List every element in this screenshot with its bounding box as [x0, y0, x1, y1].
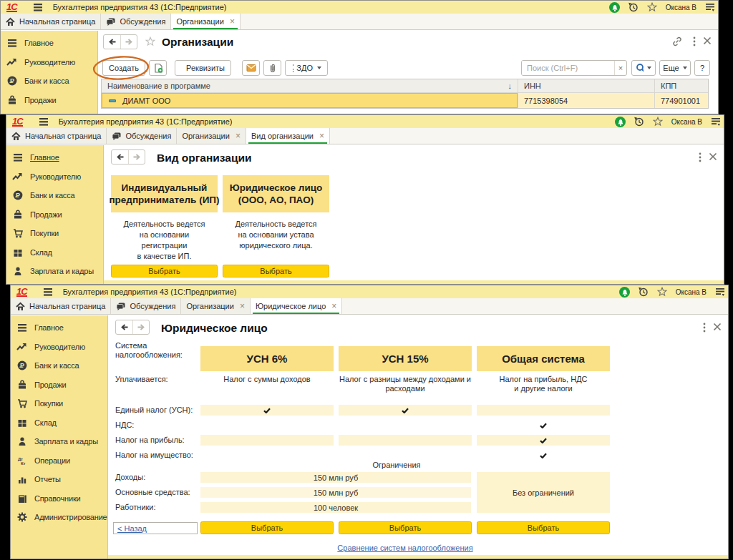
current-user[interactable]: Оксана В — [671, 118, 702, 126]
tab-close-icon[interactable]: × — [319, 132, 324, 140]
column-name[interactable]: Наименование в программе↓ — [102, 79, 518, 92]
favorites-star-icon[interactable] — [647, 2, 657, 12]
history-icon[interactable] — [628, 2, 639, 13]
sidebar-item-administration[interactable]: Администрирование — [11, 508, 107, 527]
forward-button[interactable] — [128, 150, 145, 164]
sidebar-item-directories[interactable]: Справочники — [11, 489, 107, 509]
org-name-cell[interactable]: ДИАМТ ООО — [102, 93, 518, 108]
notifications-icon[interactable] — [619, 287, 630, 298]
back-button[interactable] — [104, 35, 120, 49]
table-row[interactable]: ДИАМТ ООО 7715398054 774901001 — [102, 93, 708, 108]
sidebar-item-main[interactable]: Главное — [6, 148, 103, 167]
sidebar-item-bank[interactable]: Банк и касса — [6, 186, 103, 205]
main-menu-icon[interactable] — [33, 2, 43, 12]
forward-button[interactable] — [132, 320, 149, 334]
favorites-star-icon[interactable] — [653, 117, 663, 127]
sidebar-item-main[interactable]: Главное — [1, 34, 97, 53]
service-menu-icon[interactable] — [715, 287, 725, 297]
sidebar-item-sales[interactable]: Продажи — [6, 205, 103, 225]
tab-close-icon[interactable]: × — [236, 132, 241, 140]
history-icon[interactable] — [639, 287, 649, 298]
sidebar-item-salary[interactable]: Зарплата и кадры — [11, 432, 107, 451]
select-ip-button[interactable]: Выбрать — [111, 265, 218, 277]
tab-legal-entity[interactable]: Юридическое лицо× — [251, 298, 342, 314]
close-form-icon[interactable] — [703, 36, 712, 45]
close-form-icon[interactable] — [713, 323, 722, 331]
tab-organizations[interactable]: Организации× — [181, 298, 251, 314]
back-button[interactable] — [112, 150, 128, 164]
tab-discussions[interactable]: Обсуждения — [101, 14, 171, 29]
sidebar-item-purchases[interactable]: Покупки — [1, 109, 97, 114]
more-button[interactable]: Еще — [659, 60, 691, 76]
history-icon[interactable] — [634, 117, 644, 127]
select-usn15-button[interactable]: Выбрать — [339, 521, 472, 534]
service-menu-icon[interactable] — [705, 2, 715, 12]
sidebar-item-label: Склад — [34, 418, 57, 427]
select-legal-button[interactable]: Выбрать — [223, 265, 329, 277]
sidebar-item-purchases[interactable]: Покупки — [6, 224, 103, 243]
requisites-button[interactable]: Реквизиты — [175, 60, 231, 76]
sidebar-item-label: Руководителю — [30, 172, 81, 181]
more-menu-icon[interactable] — [699, 152, 702, 162]
search-input[interactable] — [522, 61, 614, 75]
create-button[interactable]: Создать — [102, 60, 145, 76]
notifications-icon[interactable] — [615, 117, 626, 127]
org-inn-cell[interactable]: 7715398054 — [518, 93, 654, 108]
tab-close-icon[interactable]: × — [230, 17, 235, 26]
person-icon — [16, 436, 27, 447]
attachment-button[interactable] — [263, 60, 281, 76]
tab-organizations[interactable]: Организации× — [177, 128, 246, 144]
more-menu-icon[interactable] — [703, 323, 706, 333]
email-button[interactable] — [242, 60, 260, 76]
tab-close-icon[interactable]: × — [331, 302, 336, 310]
back-button[interactable] — [116, 320, 132, 334]
current-user[interactable]: Оксана В — [666, 4, 696, 11]
sidebar-item-sales[interactable]: Продажи — [11, 375, 107, 395]
sidebar-item-main[interactable]: Главное — [11, 318, 107, 338]
sidebar-item-bank[interactable]: Банк и касса — [11, 356, 107, 375]
favorite-star-icon[interactable] — [145, 36, 156, 47]
compare-tax-systems-link[interactable]: Сравнение систем налогообложения — [337, 544, 472, 552]
tab-home[interactable]: Начальная страница — [11, 298, 111, 314]
tab-home[interactable]: Начальная страница — [1, 14, 101, 29]
service-menu-icon[interactable] — [711, 117, 721, 127]
close-form-icon[interactable] — [709, 152, 717, 161]
org-kpp-cell[interactable]: 774901001 — [654, 93, 708, 108]
sidebar-item-operations[interactable]: Операции — [11, 451, 107, 471]
tab-close-icon[interactable]: × — [240, 302, 245, 310]
sidebar-item-manager[interactable]: Руководителю — [6, 167, 103, 187]
search-button[interactable] — [631, 60, 656, 76]
copy-button[interactable] — [149, 60, 167, 76]
select-general-button[interactable]: Выбрать — [477, 521, 610, 534]
get-link-icon[interactable] — [672, 36, 682, 46]
favorites-star-icon[interactable] — [657, 287, 667, 297]
column-inn[interactable]: ИНН — [518, 79, 654, 92]
sidebar-item-manager[interactable]: Руководителю — [11, 338, 107, 357]
tab-organizations[interactable]: Организации× — [171, 14, 241, 29]
select-usn6-button[interactable]: Выбрать — [200, 521, 334, 534]
sidebar-item-bank[interactable]: Банк и касса — [1, 72, 97, 91]
sidebar-item-reports[interactable]: Отчеты — [11, 470, 107, 489]
forward-button[interactable] — [120, 35, 137, 49]
current-user[interactable]: Оксана В — [676, 288, 707, 296]
table-header[interactable]: Наименование в программе↓ ИНН КПП — [102, 79, 708, 93]
tab-discussions[interactable]: Обсуждения — [111, 298, 181, 314]
main-menu-icon[interactable] — [39, 117, 49, 127]
tab-org-kind[interactable]: Вид организации× — [246, 128, 330, 144]
sidebar-item-salary[interactable]: Зарплата и кадры — [6, 262, 103, 281]
more-menu-icon[interactable] — [693, 36, 696, 46]
notifications-icon[interactable] — [609, 2, 620, 13]
column-kpp[interactable]: КПП — [654, 79, 708, 92]
sidebar-item-manager[interactable]: Руководителю — [1, 53, 97, 72]
back-link[interactable]: < Назад — [117, 524, 147, 533]
help-button[interactable]: ? — [694, 60, 710, 76]
main-menu-icon[interactable] — [43, 287, 53, 297]
sidebar-item-warehouse[interactable]: Склад — [6, 243, 103, 262]
tab-home[interactable]: Начальная страница — [6, 128, 107, 144]
sidebar-item-sales[interactable]: Продажи — [1, 91, 97, 110]
search-clear-icon[interactable]: × — [614, 61, 626, 75]
sidebar-item-purchases[interactable]: Покупки — [11, 394, 107, 413]
sidebar-item-warehouse[interactable]: Склад — [11, 413, 107, 433]
tab-discussions[interactable]: Обсуждения — [107, 128, 177, 144]
edo-button[interactable]: ЗДО — [285, 60, 328, 76]
